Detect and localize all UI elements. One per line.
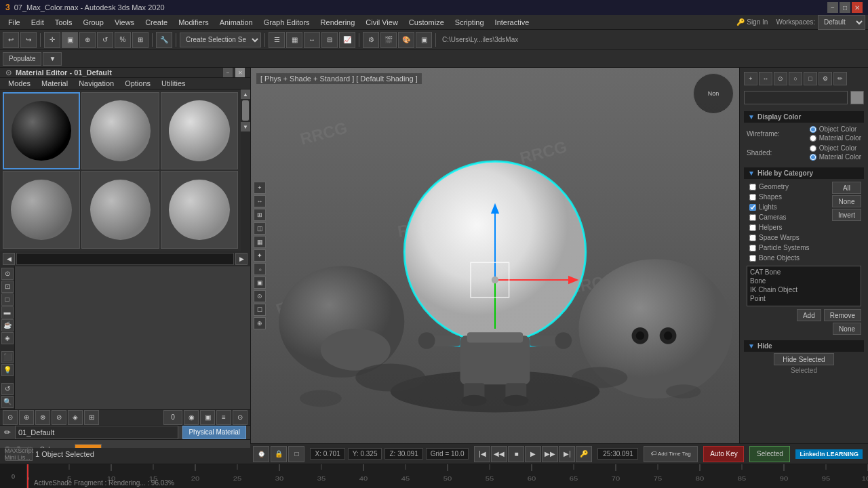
viewport-panel[interactable]: RRCG RRCG RRCG RRCG RRCG [ Phys + Shade …	[251, 68, 739, 443]
render-setup-button[interactable]: ⚙	[363, 32, 379, 48]
menu-animation[interactable]: Animation	[214, 17, 258, 28]
vp-tool-7[interactable]: ⬦	[254, 263, 266, 275]
vp-tool-2[interactable]: ↔	[254, 195, 266, 207]
bones-remove-button[interactable]: Remove	[824, 309, 861, 321]
bones-none-button[interactable]: None	[833, 323, 861, 335]
lock-btn[interactable]: 🔒	[271, 446, 287, 462]
shaded-material-radio[interactable]	[810, 154, 816, 161]
snap-toggle-button[interactable]: 🔧	[156, 32, 172, 48]
render-button[interactable]: 🎬	[380, 32, 397, 48]
menu-edit[interactable]: Edit	[26, 17, 50, 28]
menu-customize[interactable]: Customize	[403, 17, 450, 28]
mat-menu-modes[interactable]: Modes	[3, 78, 36, 89]
rotate-button[interactable]: ↺	[97, 32, 113, 48]
maxscript-btn[interactable]: MAXScript Mini Lis...	[5, 447, 33, 461]
wireframe-material-radio[interactable]	[810, 135, 816, 142]
mat-select-button[interactable]: ◈	[68, 410, 83, 425]
key-mode-btn[interactable]: 🔑	[576, 446, 592, 462]
object-name-input[interactable]: Racer_Helmet	[744, 91, 848, 104]
sphere-slot-6[interactable]	[161, 171, 238, 248]
menu-group[interactable]: Group	[77, 17, 109, 28]
populate-button[interactable]: Populate	[3, 52, 41, 66]
time-config-btn[interactable]: ⌚	[253, 446, 269, 462]
minimize-button[interactable]: −	[827, 2, 838, 13]
vp-tool-11[interactable]: ⊕	[254, 317, 266, 329]
side-icon-bg[interactable]: ⬛	[1, 351, 14, 363]
side-icon-sphere[interactable]: ⊙	[1, 268, 14, 280]
rp-gear-btn[interactable]: ⚙	[818, 72, 832, 85]
material-type-button[interactable]: Physical Material	[182, 426, 246, 439]
menu-create[interactable]: Create	[140, 17, 173, 28]
maximize-button[interactable]: □	[840, 2, 850, 13]
mirror-button[interactable]: ↔	[304, 32, 320, 48]
viewport-lock-btn[interactable]: □	[288, 446, 304, 462]
filter-button[interactable]: ☰	[269, 32, 285, 48]
sphere-next-btn[interactable]: ▶	[235, 253, 248, 265]
particle-systems-check[interactable]	[749, 245, 756, 251]
workspaces-dropdown[interactable]: Default	[818, 15, 865, 30]
render-frame-button[interactable]: ▣	[416, 32, 432, 48]
rp-rect-btn[interactable]: □	[804, 72, 817, 85]
sphere-slot-3[interactable]	[161, 92, 238, 169]
mat-number-input[interactable]	[163, 410, 182, 425]
mat-delete-button[interactable]: ⊘	[52, 410, 66, 425]
sphere-slot-4[interactable]	[3, 171, 80, 248]
rp-circle-btn[interactable]: ○	[789, 72, 802, 85]
lights-check[interactable]	[749, 204, 756, 211]
hide-selected-button[interactable]: Hide Selected	[774, 353, 833, 365]
vp-tool-10[interactable]: ☐	[254, 304, 266, 316]
mat-editor-minimize[interactable]: −	[223, 68, 233, 77]
go-end-btn[interactable]: ▶|	[559, 446, 575, 462]
vp-tool-4[interactable]: ◫	[254, 222, 266, 235]
side-icon-cylinder[interactable]: ⊡	[1, 281, 14, 293]
mat-copy-button[interactable]: ⊞	[84, 410, 99, 425]
mat-menu-options[interactable]: Options	[119, 78, 156, 89]
cameras-check[interactable]	[749, 214, 756, 221]
menu-civil-view[interactable]: Civil View	[360, 17, 403, 28]
material-name-input[interactable]	[15, 426, 178, 439]
invert-button[interactable]: Invert	[832, 209, 861, 221]
object-color-box[interactable]	[850, 91, 864, 104]
mat-editor-close[interactable]: ✕	[235, 68, 245, 77]
bone-objects-check[interactable]	[749, 255, 756, 262]
next-frame-btn[interactable]: ▶▶	[542, 446, 558, 462]
undo-button[interactable]: ↩	[3, 32, 19, 48]
vp-tool-8[interactable]: ▣	[254, 277, 266, 289]
menu-views[interactable]: Views	[109, 17, 140, 28]
mat-assign-button[interactable]: ⊗	[35, 410, 50, 425]
menu-modifiers[interactable]: Modifiers	[173, 17, 214, 28]
go-start-btn[interactable]: |◀	[474, 446, 490, 462]
menu-tools[interactable]: Tools	[50, 17, 78, 28]
mat-menu-material[interactable]: Material	[36, 78, 73, 89]
mat-view-button[interactable]: ▣	[200, 410, 215, 425]
rp-add-btn[interactable]: +	[744, 72, 757, 85]
bones-add-button[interactable]: Add	[797, 309, 821, 321]
mat-put-button[interactable]: ⊕	[19, 410, 34, 425]
sphere-scrollbar-h[interactable]	[16, 253, 234, 265]
rp-move-btn[interactable]: ↔	[759, 72, 772, 85]
stop-btn[interactable]: ■	[508, 446, 524, 462]
vp-tool-9[interactable]: ⊙	[254, 290, 266, 302]
mat-render-button[interactable]: ◉	[184, 410, 199, 425]
align-button[interactable]: ⊟	[321, 32, 338, 48]
vp-tool-3[interactable]: ⊞	[254, 209, 266, 221]
mat-editor-button[interactable]: 🎨	[398, 32, 414, 48]
mat-menu-utilities[interactable]: Utilities	[156, 78, 191, 89]
display-color-header[interactable]: ▼ Display Color	[744, 111, 864, 123]
rp-pencil-btn[interactable]: ✏	[833, 72, 847, 85]
sphere-slot-1[interactable]	[3, 92, 80, 169]
select-region-button[interactable]: ▣	[62, 32, 78, 48]
select-object-button[interactable]: ✛	[44, 32, 60, 48]
side-icon-plane[interactable]: ▬	[1, 306, 14, 319]
wireframe-object-radio[interactable]	[810, 126, 816, 133]
side-icon-box[interactable]: □	[1, 293, 14, 306]
menu-rendering[interactable]: Rendering	[315, 17, 361, 28]
move-button[interactable]: ⊕	[79, 32, 96, 48]
create-selection-dropdown[interactable]: Create Selection Se	[180, 33, 261, 47]
shapes-check[interactable]	[749, 194, 756, 201]
side-icon-reset[interactable]: ↺	[1, 383, 14, 395]
add-time-tag-btn[interactable]: 🏷 Add Time Tag	[644, 446, 698, 462]
pivot-button[interactable]: ⊞	[132, 32, 149, 48]
viewport-nav-cube[interactable]: Non	[693, 73, 734, 114]
vp-tool-1[interactable]: +	[254, 182, 266, 194]
